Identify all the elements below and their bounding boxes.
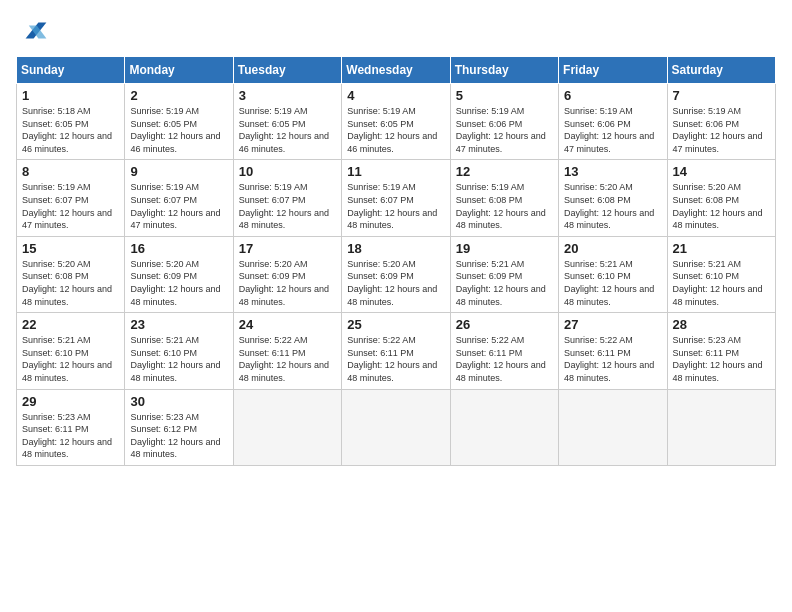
day-number: 7 bbox=[673, 88, 770, 103]
day-info: Sunrise: 5:21 AM Sunset: 6:10 PM Dayligh… bbox=[130, 334, 227, 384]
day-number: 28 bbox=[673, 317, 770, 332]
calendar-cell: 11 Sunrise: 5:19 AM Sunset: 6:07 PM Dayl… bbox=[342, 160, 450, 236]
day-info: Sunrise: 5:19 AM Sunset: 6:05 PM Dayligh… bbox=[130, 105, 227, 155]
day-number: 9 bbox=[130, 164, 227, 179]
calendar-cell: 30 Sunrise: 5:23 AM Sunset: 6:12 PM Dayl… bbox=[125, 389, 233, 465]
day-info: Sunrise: 5:21 AM Sunset: 6:10 PM Dayligh… bbox=[22, 334, 119, 384]
calendar-cell: 18 Sunrise: 5:20 AM Sunset: 6:09 PM Dayl… bbox=[342, 236, 450, 312]
day-info: Sunrise: 5:22 AM Sunset: 6:11 PM Dayligh… bbox=[347, 334, 444, 384]
day-number: 15 bbox=[22, 241, 119, 256]
calendar-cell: 20 Sunrise: 5:21 AM Sunset: 6:10 PM Dayl… bbox=[559, 236, 667, 312]
day-info: Sunrise: 5:23 AM Sunset: 6:11 PM Dayligh… bbox=[22, 411, 119, 461]
calendar-cell bbox=[667, 389, 775, 465]
day-info: Sunrise: 5:19 AM Sunset: 6:05 PM Dayligh… bbox=[347, 105, 444, 155]
day-header-thursday: Thursday bbox=[450, 57, 558, 84]
day-number: 10 bbox=[239, 164, 336, 179]
page-header bbox=[16, 16, 776, 48]
day-info: Sunrise: 5:19 AM Sunset: 6:05 PM Dayligh… bbox=[239, 105, 336, 155]
calendar-cell: 14 Sunrise: 5:20 AM Sunset: 6:08 PM Dayl… bbox=[667, 160, 775, 236]
day-header-friday: Friday bbox=[559, 57, 667, 84]
header-row: SundayMondayTuesdayWednesdayThursdayFrid… bbox=[17, 57, 776, 84]
day-number: 14 bbox=[673, 164, 770, 179]
calendar-cell: 5 Sunrise: 5:19 AM Sunset: 6:06 PM Dayli… bbox=[450, 84, 558, 160]
calendar-cell: 8 Sunrise: 5:19 AM Sunset: 6:07 PM Dayli… bbox=[17, 160, 125, 236]
day-info: Sunrise: 5:19 AM Sunset: 6:07 PM Dayligh… bbox=[130, 181, 227, 231]
calendar-cell: 1 Sunrise: 5:18 AM Sunset: 6:05 PM Dayli… bbox=[17, 84, 125, 160]
day-info: Sunrise: 5:19 AM Sunset: 6:06 PM Dayligh… bbox=[456, 105, 553, 155]
day-info: Sunrise: 5:19 AM Sunset: 6:07 PM Dayligh… bbox=[22, 181, 119, 231]
day-number: 26 bbox=[456, 317, 553, 332]
day-info: Sunrise: 5:20 AM Sunset: 6:09 PM Dayligh… bbox=[239, 258, 336, 308]
calendar-cell: 15 Sunrise: 5:20 AM Sunset: 6:08 PM Dayl… bbox=[17, 236, 125, 312]
day-header-wednesday: Wednesday bbox=[342, 57, 450, 84]
calendar-cell: 25 Sunrise: 5:22 AM Sunset: 6:11 PM Dayl… bbox=[342, 313, 450, 389]
day-info: Sunrise: 5:20 AM Sunset: 6:08 PM Dayligh… bbox=[673, 181, 770, 231]
calendar-cell: 13 Sunrise: 5:20 AM Sunset: 6:08 PM Dayl… bbox=[559, 160, 667, 236]
day-info: Sunrise: 5:22 AM Sunset: 6:11 PM Dayligh… bbox=[564, 334, 661, 384]
day-number: 29 bbox=[22, 394, 119, 409]
calendar-cell: 16 Sunrise: 5:20 AM Sunset: 6:09 PM Dayl… bbox=[125, 236, 233, 312]
day-number: 24 bbox=[239, 317, 336, 332]
day-header-saturday: Saturday bbox=[667, 57, 775, 84]
day-number: 2 bbox=[130, 88, 227, 103]
day-number: 4 bbox=[347, 88, 444, 103]
day-number: 27 bbox=[564, 317, 661, 332]
calendar-table: SundayMondayTuesdayWednesdayThursdayFrid… bbox=[16, 56, 776, 466]
day-info: Sunrise: 5:19 AM Sunset: 6:06 PM Dayligh… bbox=[673, 105, 770, 155]
day-info: Sunrise: 5:18 AM Sunset: 6:05 PM Dayligh… bbox=[22, 105, 119, 155]
day-number: 6 bbox=[564, 88, 661, 103]
day-number: 23 bbox=[130, 317, 227, 332]
calendar-cell bbox=[559, 389, 667, 465]
day-header-tuesday: Tuesday bbox=[233, 57, 341, 84]
day-number: 16 bbox=[130, 241, 227, 256]
logo bbox=[16, 16, 52, 48]
day-number: 11 bbox=[347, 164, 444, 179]
calendar-cell: 3 Sunrise: 5:19 AM Sunset: 6:05 PM Dayli… bbox=[233, 84, 341, 160]
day-info: Sunrise: 5:22 AM Sunset: 6:11 PM Dayligh… bbox=[239, 334, 336, 384]
calendar-cell: 28 Sunrise: 5:23 AM Sunset: 6:11 PM Dayl… bbox=[667, 313, 775, 389]
calendar-cell: 19 Sunrise: 5:21 AM Sunset: 6:09 PM Dayl… bbox=[450, 236, 558, 312]
logo-icon bbox=[16, 16, 48, 48]
day-number: 20 bbox=[564, 241, 661, 256]
day-number: 19 bbox=[456, 241, 553, 256]
day-number: 1 bbox=[22, 88, 119, 103]
calendar-cell bbox=[450, 389, 558, 465]
day-info: Sunrise: 5:20 AM Sunset: 6:08 PM Dayligh… bbox=[22, 258, 119, 308]
calendar-body: 1 Sunrise: 5:18 AM Sunset: 6:05 PM Dayli… bbox=[17, 84, 776, 466]
day-info: Sunrise: 5:21 AM Sunset: 6:10 PM Dayligh… bbox=[673, 258, 770, 308]
day-info: Sunrise: 5:19 AM Sunset: 6:07 PM Dayligh… bbox=[347, 181, 444, 231]
day-header-monday: Monday bbox=[125, 57, 233, 84]
day-header-sunday: Sunday bbox=[17, 57, 125, 84]
calendar-week-3: 15 Sunrise: 5:20 AM Sunset: 6:08 PM Dayl… bbox=[17, 236, 776, 312]
calendar-week-4: 22 Sunrise: 5:21 AM Sunset: 6:10 PM Dayl… bbox=[17, 313, 776, 389]
calendar-cell: 29 Sunrise: 5:23 AM Sunset: 6:11 PM Dayl… bbox=[17, 389, 125, 465]
day-info: Sunrise: 5:20 AM Sunset: 6:09 PM Dayligh… bbox=[130, 258, 227, 308]
calendar-header: SundayMondayTuesdayWednesdayThursdayFrid… bbox=[17, 57, 776, 84]
calendar-cell: 12 Sunrise: 5:19 AM Sunset: 6:08 PM Dayl… bbox=[450, 160, 558, 236]
calendar-cell bbox=[342, 389, 450, 465]
day-info: Sunrise: 5:20 AM Sunset: 6:09 PM Dayligh… bbox=[347, 258, 444, 308]
day-info: Sunrise: 5:19 AM Sunset: 6:07 PM Dayligh… bbox=[239, 181, 336, 231]
day-info: Sunrise: 5:21 AM Sunset: 6:10 PM Dayligh… bbox=[564, 258, 661, 308]
day-number: 30 bbox=[130, 394, 227, 409]
calendar-cell: 23 Sunrise: 5:21 AM Sunset: 6:10 PM Dayl… bbox=[125, 313, 233, 389]
calendar-cell: 22 Sunrise: 5:21 AM Sunset: 6:10 PM Dayl… bbox=[17, 313, 125, 389]
calendar-week-1: 1 Sunrise: 5:18 AM Sunset: 6:05 PM Dayli… bbox=[17, 84, 776, 160]
day-info: Sunrise: 5:21 AM Sunset: 6:09 PM Dayligh… bbox=[456, 258, 553, 308]
day-number: 13 bbox=[564, 164, 661, 179]
calendar-cell bbox=[233, 389, 341, 465]
calendar-week-2: 8 Sunrise: 5:19 AM Sunset: 6:07 PM Dayli… bbox=[17, 160, 776, 236]
calendar-cell: 27 Sunrise: 5:22 AM Sunset: 6:11 PM Dayl… bbox=[559, 313, 667, 389]
day-info: Sunrise: 5:19 AM Sunset: 6:06 PM Dayligh… bbox=[564, 105, 661, 155]
calendar-cell: 10 Sunrise: 5:19 AM Sunset: 6:07 PM Dayl… bbox=[233, 160, 341, 236]
day-number: 17 bbox=[239, 241, 336, 256]
day-number: 5 bbox=[456, 88, 553, 103]
day-number: 21 bbox=[673, 241, 770, 256]
day-info: Sunrise: 5:23 AM Sunset: 6:11 PM Dayligh… bbox=[673, 334, 770, 384]
day-info: Sunrise: 5:19 AM Sunset: 6:08 PM Dayligh… bbox=[456, 181, 553, 231]
calendar-cell: 24 Sunrise: 5:22 AM Sunset: 6:11 PM Dayl… bbox=[233, 313, 341, 389]
calendar-cell: 4 Sunrise: 5:19 AM Sunset: 6:05 PM Dayli… bbox=[342, 84, 450, 160]
day-info: Sunrise: 5:23 AM Sunset: 6:12 PM Dayligh… bbox=[130, 411, 227, 461]
day-number: 8 bbox=[22, 164, 119, 179]
calendar-week-5: 29 Sunrise: 5:23 AM Sunset: 6:11 PM Dayl… bbox=[17, 389, 776, 465]
